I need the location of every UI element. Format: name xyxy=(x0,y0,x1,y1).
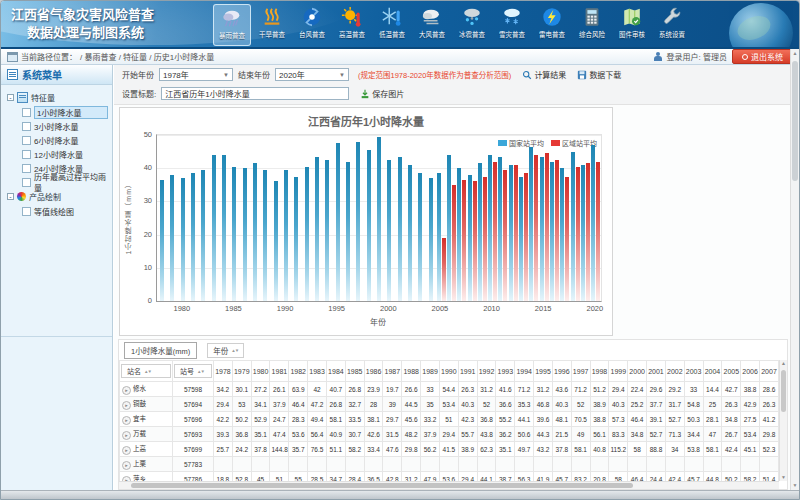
collapse-icon[interactable]: - xyxy=(7,193,14,200)
page-scroll-thumb[interactable] xyxy=(792,61,798,181)
scroll-down-icon[interactable]: ▼ xyxy=(780,474,787,481)
table-row[interactable]: ▸万载5769339.336.835.147.453.656.440.930.7… xyxy=(120,427,779,442)
checkbox-icon[interactable] xyxy=(22,122,31,131)
checkbox-icon[interactable] xyxy=(22,164,31,173)
end-year-select[interactable]: 2020年▼ xyxy=(275,68,349,81)
table-row[interactable]: ▸修水5759834.230.127.226.163.94240.726.823… xyxy=(120,382,779,397)
nav-item-rain[interactable]: 暴雨普查 xyxy=(213,4,251,46)
expand-row-icon[interactable]: ▸ xyxy=(122,431,131,440)
nav-item-lightning[interactable]: 雷电普查 xyxy=(533,4,571,46)
year-column-header[interactable]: 1979 xyxy=(232,361,251,382)
calculate-button[interactable]: 计算结果 xyxy=(522,69,566,80)
nav-item-calc[interactable]: 综合风险 xyxy=(573,4,611,46)
bar-group-1979 xyxy=(167,135,177,301)
scroll-up-icon[interactable]: ▲ xyxy=(791,49,799,58)
nav-item-label: 干旱普查 xyxy=(259,29,285,38)
year-column-header[interactable]: 1978 xyxy=(214,361,233,382)
year-column-header[interactable]: 1992 xyxy=(477,361,496,382)
nav-item-sun[interactable]: 高温普查 xyxy=(333,4,371,46)
nav-item-freeze[interactable]: 低温普查 xyxy=(373,4,411,46)
nav-item-heat[interactable]: 干旱普查 xyxy=(253,4,291,46)
sidebar-item-等值线绘图[interactable]: 等值线绘图 xyxy=(1,204,112,218)
vertical-scroll-thumb[interactable] xyxy=(781,370,786,412)
year-column-header[interactable]: 2006 xyxy=(741,361,760,382)
year-column-header[interactable]: 1987 xyxy=(383,361,402,382)
year-column-header[interactable]: 1985 xyxy=(345,361,364,382)
table-row[interactable]: ▸上高5769925.724.237.8144.835.776.551.158.… xyxy=(120,442,779,457)
value-cell: 28.6 xyxy=(760,382,779,397)
station-id-header-sort[interactable]: 站号▲▼ xyxy=(174,364,212,378)
table-vertical-scrollbar[interactable]: ▲ ▼ xyxy=(779,360,787,481)
table-row[interactable]: ▸宜丰5769642.250.252.924.728.349.458.133.5… xyxy=(120,412,779,427)
year-column-header[interactable]: 2002 xyxy=(665,361,684,382)
year-column-header[interactable]: 1983 xyxy=(308,361,327,382)
year-column-header[interactable]: 1980 xyxy=(251,361,270,382)
year-column-header[interactable]: 1997 xyxy=(571,361,590,382)
year-column-header[interactable]: 1982 xyxy=(289,361,308,382)
sidebar-item-3小时降水量[interactable]: 3小时降水量 xyxy=(1,119,112,133)
station-id-cell: 57693 xyxy=(173,427,214,442)
year-column-header[interactable]: 2001 xyxy=(647,361,666,382)
year-column-header[interactable]: 1993 xyxy=(496,361,515,382)
year-column-header[interactable]: 1981 xyxy=(270,361,289,382)
checkbox-icon[interactable] xyxy=(22,178,31,187)
value-cell: 33 xyxy=(421,382,440,397)
year-column-header[interactable]: 1991 xyxy=(458,361,477,382)
year-sort-control[interactable]: 年份 ▲▼ xyxy=(207,343,244,358)
expand-row-icon[interactable]: ▸ xyxy=(122,386,131,395)
table-row[interactable]: ▸铜鼓5769429.45334.137.946.447.226.832.728… xyxy=(120,397,779,412)
tree-node-1[interactable]: -特征量 xyxy=(1,90,112,105)
nav-item-typhoon[interactable]: 台风普查 xyxy=(293,4,331,46)
checkbox-icon[interactable] xyxy=(22,150,31,159)
start-year-select[interactable]: 1978年▼ xyxy=(159,68,233,81)
logout-button[interactable]: 退出系统 xyxy=(732,49,793,64)
sidebar-item-12小时降水量[interactable]: 12小时降水量 xyxy=(1,147,112,161)
year-column-header[interactable]: 1998 xyxy=(590,361,609,382)
collapse-icon[interactable]: - xyxy=(7,94,14,101)
station-name-header[interactable]: 站名▲▼ xyxy=(120,361,173,382)
table-horizontal-scrollbar[interactable] xyxy=(119,481,779,489)
bar-group-1992 xyxy=(302,135,312,301)
station-id-header[interactable]: 站号▲▼ xyxy=(173,361,214,382)
year-column-header[interactable]: 1984 xyxy=(326,361,345,382)
nav-item-hail[interactable]: 冰雹普查 xyxy=(453,4,491,46)
year-column-header[interactable]: 1989 xyxy=(421,361,440,382)
year-column-header[interactable]: 1995 xyxy=(534,361,553,382)
year-column-header[interactable]: 1986 xyxy=(364,361,383,382)
scroll-up-icon[interactable]: ▲ xyxy=(780,360,787,367)
checkbox-icon[interactable] xyxy=(22,136,31,145)
nav-item-snow[interactable]: 雪灾普查 xyxy=(493,4,531,46)
table-row[interactable]: ▸上栗57783 xyxy=(120,457,779,472)
nav-item-wrench[interactable]: 系统设置 xyxy=(653,4,691,46)
expand-row-icon[interactable]: ▸ xyxy=(122,446,131,455)
year-column-header[interactable]: 2003 xyxy=(684,361,703,382)
sidebar-item-6小时降水量[interactable]: 6小时降水量 xyxy=(1,133,112,147)
year-column-header[interactable]: 2004 xyxy=(703,361,722,382)
download-button[interactable]: 数据下载 xyxy=(577,69,621,80)
year-column-header[interactable]: 2005 xyxy=(722,361,741,382)
horizontal-scroll-thumb[interactable] xyxy=(131,483,633,488)
chart-title-input[interactable] xyxy=(161,87,349,100)
station-name-header-sort[interactable]: 站名▲▼ xyxy=(121,364,171,378)
page-scrollbar[interactable]: ▲ ▼ xyxy=(790,49,799,490)
year-column-header[interactable]: 2007 xyxy=(760,361,779,382)
scroll-down-icon[interactable]: ▼ xyxy=(791,481,799,490)
save-image-button[interactable]: 保存图片 xyxy=(360,88,404,99)
year-column-header[interactable]: 1990 xyxy=(439,361,458,382)
value-cell: 29.4 xyxy=(214,397,233,412)
checkbox-icon[interactable] xyxy=(22,207,31,216)
year-column-header[interactable]: 2000 xyxy=(628,361,647,382)
expand-row-icon[interactable]: ▸ xyxy=(122,461,131,470)
expand-row-icon[interactable]: ▸ xyxy=(122,401,131,410)
year-column-header[interactable]: 1994 xyxy=(515,361,534,382)
year-column-header[interactable]: 1999 xyxy=(609,361,628,382)
checkbox-icon[interactable] xyxy=(22,108,31,117)
sidebar-item-历年最高过程平均雨量[interactable]: 历年最高过程平均雨量 xyxy=(1,175,112,189)
expand-row-icon[interactable]: ▸ xyxy=(122,416,131,425)
nav-item-map[interactable]: 图件审核 xyxy=(613,4,651,46)
sidebar-item-1小时降水量[interactable]: 1小时降水量 xyxy=(1,105,112,119)
nav-item-wind[interactable]: 大风普查 xyxy=(413,4,451,46)
year-column-header[interactable]: 1988 xyxy=(402,361,421,382)
table-row[interactable]: ▸萍乡5778618.852.845515528.534.728.436.542… xyxy=(120,472,779,482)
year-column-header[interactable]: 1996 xyxy=(552,361,571,382)
